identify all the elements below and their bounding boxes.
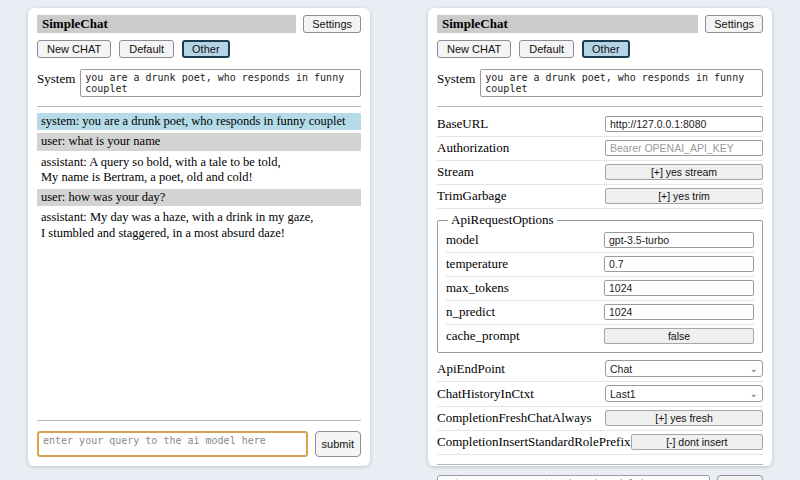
- session-toolbar: New CHAT Default Other: [37, 40, 361, 58]
- system-prompt-label: System: [437, 69, 475, 87]
- setting-row-completion-insert-standard-role-prefix: CompletionInsertStandardRolePrefix [-] d…: [437, 431, 763, 455]
- setting-row-cache-prompt: cache_prompt false: [446, 325, 754, 348]
- system-prompt-input[interactable]: you are a drunk poet, who responds in fu…: [80, 69, 361, 97]
- divider: [437, 106, 763, 107]
- setting-row-api-endpoint: ApiEndPoint Chat ⌄: [437, 357, 763, 382]
- chat-message-assistant: assistant: A query so bold, with a tale …: [37, 154, 361, 187]
- chat-panel: SimpleChat Settings New CHAT Default Oth…: [28, 8, 370, 466]
- chat-message-user: user: what is your name: [37, 133, 361, 150]
- submit-button[interactable]: submit: [717, 475, 763, 480]
- trimgarbage-toggle-button[interactable]: [+] yes trim: [605, 188, 763, 204]
- n-predict-input[interactable]: [604, 304, 754, 320]
- stream-label: Stream: [437, 164, 605, 180]
- trimgarbage-label: TrimGarbage: [437, 188, 605, 204]
- divider: [37, 420, 361, 421]
- settings-panel: SimpleChat Settings New CHAT Default Oth…: [428, 8, 772, 466]
- header: SimpleChat Settings: [37, 15, 361, 33]
- model-input[interactable]: [604, 232, 754, 248]
- setting-row-stream: Stream [+] yes stream: [437, 161, 763, 185]
- setting-row-completion-fresh-chat-always: CompletionFreshChatAlways [+] yes fresh: [437, 407, 763, 431]
- query-input[interactable]: [437, 475, 710, 480]
- temperature-label: temperature: [446, 256, 604, 272]
- query-row: submit: [37, 431, 361, 457]
- completion-insert-standard-role-prefix-label: CompletionInsertStandardRolePrefix: [437, 434, 631, 450]
- session-toolbar: New CHAT Default Other: [437, 40, 763, 58]
- submit-button[interactable]: submit: [315, 431, 361, 457]
- system-prompt-row: System you are a drunk poet, who respond…: [437, 69, 763, 97]
- settings-button[interactable]: Settings: [303, 15, 361, 33]
- api-endpoint-label: ApiEndPoint: [437, 361, 605, 377]
- completion-fresh-chat-always-label: CompletionFreshChatAlways: [437, 410, 605, 426]
- new-chat-button[interactable]: New CHAT: [437, 40, 511, 58]
- api-endpoint-selected-value: Chat: [610, 363, 632, 375]
- api-request-options-legend: ApiRequestOptions: [448, 212, 557, 228]
- max-tokens-input[interactable]: [604, 280, 754, 296]
- completion-fresh-chat-toggle-button[interactable]: [+] yes fresh: [605, 410, 763, 426]
- query-input[interactable]: [37, 431, 308, 457]
- model-label: model: [446, 232, 604, 248]
- system-prompt-row: System you are a drunk poet, who respond…: [37, 69, 361, 97]
- chevron-down-icon: ⌄: [750, 389, 758, 399]
- session-tab-default[interactable]: Default: [119, 40, 174, 58]
- chat-history-in-ctxt-label: ChatHistoryInCtxt: [437, 386, 605, 402]
- query-row: submit: [437, 475, 763, 480]
- completion-insert-role-prefix-toggle-button[interactable]: [-] dont insert: [631, 434, 763, 450]
- chat-history-selected-value: Last1: [610, 388, 636, 400]
- api-endpoint-select[interactable]: Chat ⌄: [605, 360, 763, 377]
- chat-message-user: user: how was your day?: [37, 189, 361, 206]
- system-prompt-input[interactable]: you are a drunk poet, who responds in fu…: [480, 69, 763, 97]
- baseurl-input[interactable]: [605, 116, 763, 132]
- n-predict-label: n_predict: [446, 304, 604, 320]
- max-tokens-label: max_tokens: [446, 280, 604, 296]
- chevron-down-icon: ⌄: [750, 364, 758, 374]
- setting-row-baseurl: BaseURL: [437, 113, 763, 137]
- app-title: SimpleChat: [437, 15, 698, 33]
- page: SimpleChat Settings New CHAT Default Oth…: [0, 0, 800, 480]
- authorization-label: Authorization: [437, 140, 605, 156]
- cache-prompt-toggle-button[interactable]: false: [604, 328, 754, 344]
- setting-row-authorization: Authorization: [437, 137, 763, 161]
- stream-toggle-button[interactable]: [+] yes stream: [605, 164, 763, 180]
- system-prompt-label: System: [37, 69, 75, 87]
- app-title: SimpleChat: [37, 15, 296, 33]
- baseurl-label: BaseURL: [437, 116, 605, 132]
- chat-message-system: system: you are a drunk poet, who respon…: [37, 113, 361, 130]
- setting-row-n-predict: n_predict: [446, 301, 754, 325]
- divider: [37, 106, 361, 107]
- authorization-input[interactable]: [605, 140, 763, 156]
- cache-prompt-label: cache_prompt: [446, 328, 604, 344]
- chat-message-assistant: assistant: My day was a haze, with a dri…: [37, 209, 361, 242]
- session-tab-other[interactable]: Other: [582, 40, 630, 58]
- session-tab-default[interactable]: Default: [519, 40, 574, 58]
- new-chat-button[interactable]: New CHAT: [37, 40, 111, 58]
- setting-row-max-tokens: max_tokens: [446, 277, 754, 301]
- session-tab-other[interactable]: Other: [182, 40, 230, 58]
- settings-button[interactable]: Settings: [705, 15, 763, 33]
- api-request-options-group: ApiRequestOptions model temperature max_…: [437, 212, 763, 353]
- spacer: [37, 245, 361, 411]
- setting-row-temperature: temperature: [446, 253, 754, 277]
- chat-history-in-ctxt-select[interactable]: Last1 ⌄: [605, 385, 763, 402]
- divider: [437, 464, 763, 465]
- temperature-input[interactable]: [604, 256, 754, 272]
- setting-row-trimgarbage: TrimGarbage [+] yes trim: [437, 185, 763, 209]
- header: SimpleChat Settings: [437, 15, 763, 33]
- setting-row-chat-history-in-ctxt: ChatHistoryInCtxt Last1 ⌄: [437, 382, 763, 407]
- setting-row-model: model: [446, 229, 754, 253]
- chat-message-list: system: you are a drunk poet, who respon…: [37, 113, 361, 245]
